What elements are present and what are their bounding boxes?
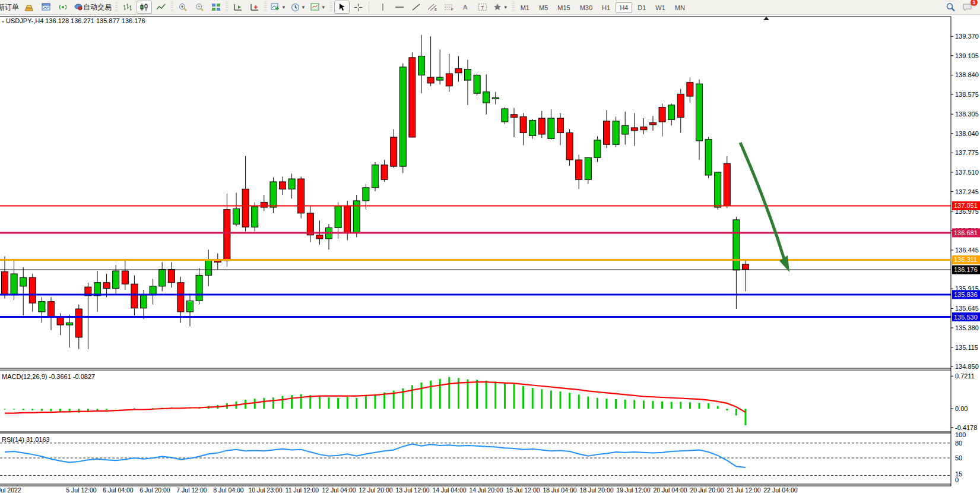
search-icon xyxy=(946,2,956,12)
svg-text:138.305: 138.305 xyxy=(955,110,979,118)
svg-text:15 Jul 12:00: 15 Jul 12:00 xyxy=(506,486,540,493)
svg-text:A: A xyxy=(463,4,468,11)
fibonacci-icon: F xyxy=(444,3,454,11)
zoom-in-button[interactable] xyxy=(175,1,191,14)
search-button[interactable] xyxy=(943,1,958,14)
fibonacci-tool-button[interactable]: F xyxy=(442,1,457,14)
toolbar-grip xyxy=(264,2,267,12)
svg-text:135.645: 135.645 xyxy=(955,305,979,312)
arrows-tool-button[interactable]: ▼ xyxy=(491,1,510,14)
svg-text:139.105: 139.105 xyxy=(955,52,979,59)
channel-icon: E xyxy=(427,3,437,11)
auto-scroll-button[interactable] xyxy=(230,1,246,14)
tile-windows-icon xyxy=(211,3,221,11)
bearish-projection-arrow[interactable] xyxy=(740,143,789,272)
chevron-down-icon: ▼ xyxy=(301,5,306,10)
zoom-out-button[interactable] xyxy=(192,1,207,14)
svg-text:136.311: 136.311 xyxy=(954,256,977,263)
svg-text:22 Jul 04:00: 22 Jul 04:00 xyxy=(763,486,797,493)
trendline-icon xyxy=(411,3,421,11)
cursor-tool-button[interactable] xyxy=(334,1,350,14)
timeframe-button-m1[interactable]: M1 xyxy=(516,2,534,13)
notifications-button[interactable]: 1 xyxy=(959,1,975,14)
svg-text:138.575: 138.575 xyxy=(955,91,979,98)
line-chart-button[interactable] xyxy=(153,1,169,14)
svg-text:14 Jul 04:00: 14 Jul 04:00 xyxy=(432,486,466,493)
svg-text:5 Jul 12:00: 5 Jul 12:00 xyxy=(66,486,97,493)
horizontal-line-tool-button[interactable] xyxy=(392,1,407,14)
main-toolbar: 新订单 自动交易 ▼ ▼ xyxy=(0,0,980,15)
trendline-tool-button[interactable] xyxy=(408,1,424,14)
signal-icon[interactable] xyxy=(55,1,71,14)
text-icon: A xyxy=(462,3,470,11)
price-axis[interactable]: 139.370139.105138.840138.575138.305138.0… xyxy=(951,33,980,370)
chart-shift-icon xyxy=(250,3,259,11)
svg-text:14 Jul 20:00: 14 Jul 20:00 xyxy=(469,486,503,493)
crosshair-tool-button[interactable] xyxy=(351,1,366,14)
svg-text:21 Jul 12:00: 21 Jul 12:00 xyxy=(727,486,760,493)
svg-text:50: 50 xyxy=(955,454,962,462)
macd-indicator-label: MACD(12,26,9) -0.3661 -0.0827 xyxy=(2,373,95,380)
svg-text:6 Jul 04:00: 6 Jul 04:00 xyxy=(103,486,134,493)
timeframe-button-m15[interactable]: M15 xyxy=(553,2,574,13)
svg-text:7 Jul 12:00: 7 Jul 12:00 xyxy=(176,486,207,493)
rsi-line xyxy=(5,444,746,467)
timeframe-button-m30[interactable]: M30 xyxy=(576,2,597,13)
toolbar-grip xyxy=(115,2,118,12)
template-chart-icon xyxy=(310,3,320,11)
svg-text:8 Jul 04:00: 8 Jul 04:00 xyxy=(213,486,244,493)
shapes-arrows-icon xyxy=(493,3,502,11)
svg-text:0: 0 xyxy=(955,476,959,483)
gold-chart-icon[interactable] xyxy=(22,1,37,14)
auto-trading-button[interactable]: 自动交易 xyxy=(72,1,113,14)
candlestick-chart-icon xyxy=(139,3,149,11)
text-label-tool-button[interactable]: T xyxy=(475,1,490,14)
macd-layer xyxy=(5,377,746,425)
vertical-line-tool-button[interactable] xyxy=(375,1,391,14)
timeframe-button-w1[interactable]: W1 xyxy=(651,2,670,13)
periods-button[interactable]: ▼ xyxy=(289,1,307,14)
svg-text:0.00: 0.00 xyxy=(955,405,968,412)
svg-text:0.7211: 0.7211 xyxy=(955,372,975,380)
bar-chart-button[interactable] xyxy=(120,1,135,14)
chart-window[interactable]: ▾ USDJPY-,H4 136.128 136.271 135.877 136… xyxy=(0,14,980,493)
clock-icon xyxy=(291,3,300,12)
toolbar-grip xyxy=(170,2,173,12)
text-tool-button[interactable]: A xyxy=(458,1,474,14)
timeframe-button-h1[interactable]: H1 xyxy=(598,2,614,13)
chart-shift-marker xyxy=(763,17,769,20)
chart-shift-button[interactable] xyxy=(247,1,262,14)
toolbar-grip xyxy=(329,2,332,12)
svg-text:134.850: 134.850 xyxy=(955,363,979,370)
svg-text:19 Jul 12:00: 19 Jul 12:00 xyxy=(616,486,650,493)
timeframe-button-m5[interactable]: M5 xyxy=(535,2,552,13)
indicators-button[interactable]: ▼ xyxy=(269,1,288,14)
svg-text:139.370: 139.370 xyxy=(955,33,979,40)
chart-canvas[interactable]: 139.370139.105138.840138.575138.305138.0… xyxy=(0,14,980,493)
gold-ingot-icon xyxy=(24,3,35,11)
timeframe-button-d1[interactable]: D1 xyxy=(633,2,650,13)
toolbar-grip xyxy=(512,2,515,12)
candlestick-chart-button[interactable] xyxy=(137,1,152,14)
templates-button[interactable]: ▼ xyxy=(309,1,328,14)
svg-text:T: T xyxy=(481,5,484,11)
radio-waves-icon xyxy=(58,3,68,11)
window-chart-icon xyxy=(42,3,51,11)
zoom-in-icon xyxy=(178,3,188,12)
timeframe-button-h4[interactable]: H4 xyxy=(616,2,632,13)
equidistant-channel-tool-button[interactable]: E xyxy=(425,1,440,14)
svg-text:20 Jul 20:00: 20 Jul 20:00 xyxy=(690,486,724,493)
svg-text:137.245: 137.245 xyxy=(955,188,979,195)
market-watch-icon[interactable] xyxy=(39,1,54,14)
zoom-out-icon xyxy=(195,3,204,12)
horizontal-line-icon xyxy=(395,3,404,11)
bar-chart-icon xyxy=(123,3,132,11)
new-order-button[interactable]: 新订单 xyxy=(0,1,21,14)
tile-windows-button[interactable] xyxy=(208,1,224,14)
indicators-icon xyxy=(271,3,280,11)
svg-text:11 Jul 12:00: 11 Jul 12:00 xyxy=(286,486,319,493)
svg-text:E: E xyxy=(435,8,437,11)
svg-text:80: 80 xyxy=(955,440,962,447)
timeframe-button-mn[interactable]: MN xyxy=(671,2,689,13)
time-axis[interactable]: Jul 20225 Jul 12:006 Jul 04:006 Jul 20:0… xyxy=(0,486,798,493)
